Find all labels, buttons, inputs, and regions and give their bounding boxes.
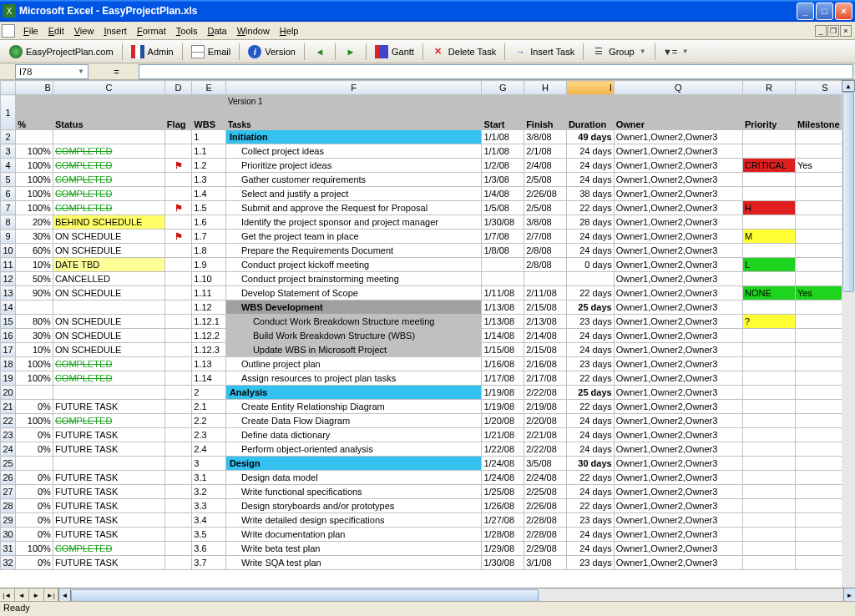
cell[interactable] xyxy=(164,187,191,201)
table-row[interactable]: 1710%ON SCHEDULE1.12.3Update WBS in Micr… xyxy=(1,343,855,357)
menu-help[interactable]: Help xyxy=(275,24,304,38)
cell[interactable]: 2/5/08 xyxy=(524,201,567,215)
cell[interactable]: COMPLETED xyxy=(53,173,164,187)
cell[interactable]: Owner1,Owner2,Owner3 xyxy=(614,244,742,258)
cell[interactable]: FUTURE TASK xyxy=(53,471,164,485)
cell[interactable]: 22 days xyxy=(566,286,614,300)
cell[interactable] xyxy=(742,215,795,230)
table-row[interactable]: 253Design1/24/083/5/0830 daysOwner1,Owne… xyxy=(1,457,855,471)
cell[interactable]: 10% xyxy=(16,258,53,272)
cell[interactable]: Owner1,Owner2,Owner3 xyxy=(614,329,742,343)
row-header[interactable]: 8 xyxy=(1,215,16,230)
cell[interactable]: 24 days xyxy=(566,173,614,187)
cell[interactable]: FUTURE TASK xyxy=(53,485,164,499)
cell[interactable]: 3.5 xyxy=(192,528,226,542)
row-header[interactable]: 21 xyxy=(1,400,16,414)
cell[interactable] xyxy=(742,329,795,343)
cell[interactable]: Owner1,Owner2,Owner3 xyxy=(614,230,742,244)
cell[interactable]: COMPLETED xyxy=(53,201,164,215)
cell[interactable] xyxy=(742,173,795,187)
cell[interactable]: 22 days xyxy=(566,400,614,414)
cell[interactable]: 23 days xyxy=(566,513,614,528)
delete-task-button[interactable]: ✕Delete Task xyxy=(427,43,501,60)
header-wbs[interactable]: WBS xyxy=(192,95,226,130)
row-header[interactable]: 6 xyxy=(1,187,16,201)
cell[interactable] xyxy=(742,542,795,556)
cell[interactable] xyxy=(164,471,191,485)
cell[interactable]: 22 days xyxy=(566,471,614,485)
admin-button[interactable]: Admin xyxy=(126,43,179,60)
cell[interactable]: Develop Statement of Scope xyxy=(225,286,481,300)
cell[interactable] xyxy=(164,400,191,414)
cell[interactable]: ⚑ xyxy=(164,159,191,173)
cell[interactable]: ON SCHEDULE xyxy=(53,343,164,357)
row-header[interactable]: 30 xyxy=(1,528,16,542)
cell[interactable]: CRITICAL xyxy=(742,159,795,173)
table-row[interactable]: 1390%ON SCHEDULE1.11Develop Statement of… xyxy=(1,286,855,300)
menu-tools[interactable]: Tools xyxy=(171,24,203,38)
cell[interactable]: 100% xyxy=(16,201,53,215)
cell[interactable]: 1.14 xyxy=(192,371,226,386)
cell[interactable]: Owner1,Owner2,Owner3 xyxy=(614,542,742,556)
cell[interactable]: 100% xyxy=(16,542,53,556)
cell[interactable] xyxy=(164,215,191,230)
cell[interactable]: 23 days xyxy=(566,315,614,329)
cell[interactable]: 24 days xyxy=(566,542,614,556)
cell[interactable]: 1/8/08 xyxy=(482,244,524,258)
cell[interactable]: ON SCHEDULE xyxy=(53,230,164,244)
cell[interactable]: 24 days xyxy=(566,144,614,159)
close-button[interactable]: × xyxy=(835,3,852,20)
cell[interactable]: 2/22/08 xyxy=(524,386,567,400)
cell[interactable]: ON SCHEDULE xyxy=(53,244,164,258)
cell[interactable]: 1.12.1 xyxy=(192,315,226,329)
cell[interactable]: 1/28/08 xyxy=(482,528,524,542)
row-header[interactable]: 20 xyxy=(1,386,16,400)
cell[interactable]: 3/1/08 xyxy=(524,556,567,570)
cell[interactable]: 100% xyxy=(16,173,53,187)
cell[interactable]: 2/8/08 xyxy=(524,244,567,258)
table-row[interactable]: 320%FUTURE TASK3.7Write SQA test plan1/3… xyxy=(1,556,855,570)
cell[interactable]: Design xyxy=(225,457,481,471)
cell[interactable] xyxy=(53,300,164,315)
cell[interactable] xyxy=(164,428,191,442)
cell[interactable]: Update WBS in Microsoft Project xyxy=(225,343,481,357)
cell[interactable]: 2/7/08 xyxy=(524,230,567,244)
cell[interactable]: 1.10 xyxy=(192,272,226,286)
cell[interactable]: 2/24/08 xyxy=(524,471,567,485)
cell[interactable]: 1/5/08 xyxy=(482,201,524,215)
cell[interactable] xyxy=(482,258,524,272)
cell[interactable]: 100% xyxy=(16,414,53,428)
cell[interactable]: Owner1,Owner2,Owner3 xyxy=(614,371,742,386)
cell[interactable]: 3.6 xyxy=(192,542,226,556)
row-header[interactable]: 7 xyxy=(1,201,16,215)
cell[interactable]: ON SCHEDULE xyxy=(53,286,164,300)
cell[interactable] xyxy=(164,244,191,258)
cell[interactable]: 24 days xyxy=(566,442,614,457)
cell[interactable]: Select and justify a project xyxy=(225,187,481,201)
cell[interactable]: 1/30/08 xyxy=(482,556,524,570)
cell[interactable]: 1/7/08 xyxy=(482,230,524,244)
site-link-button[interactable]: EasyProjectPlan.com xyxy=(4,43,119,60)
cell[interactable]: 0 days xyxy=(566,258,614,272)
row-header[interactable]: 26 xyxy=(1,471,16,485)
cell[interactable]: 22 days xyxy=(566,371,614,386)
cell[interactable]: NONE xyxy=(742,286,795,300)
cell[interactable]: 0% xyxy=(16,485,53,499)
cell[interactable] xyxy=(164,144,191,159)
cell[interactable]: 2/16/08 xyxy=(524,357,567,371)
cell[interactable]: Gather customer requirements xyxy=(225,173,481,187)
cell[interactable]: Owner1,Owner2,Owner3 xyxy=(614,442,742,457)
cell[interactable]: 22 days xyxy=(566,201,614,215)
cell[interactable] xyxy=(742,528,795,542)
cell[interactable]: Create Entity Relationship Diagram xyxy=(225,400,481,414)
col-header-H[interactable]: H xyxy=(524,81,567,95)
cell[interactable]: 2/26/08 xyxy=(524,187,567,201)
cell[interactable]: 1/17/08 xyxy=(482,371,524,386)
header-priority[interactable]: Priority xyxy=(742,95,795,130)
cell[interactable]: Write beta test plan xyxy=(225,542,481,556)
cell[interactable]: Owner1,Owner2,Owner3 xyxy=(614,400,742,414)
row-header[interactable]: 2 xyxy=(1,130,16,144)
cell[interactable]: ⚑ xyxy=(164,230,191,244)
cell[interactable] xyxy=(16,300,53,315)
cell[interactable]: 1.5 xyxy=(192,201,226,215)
